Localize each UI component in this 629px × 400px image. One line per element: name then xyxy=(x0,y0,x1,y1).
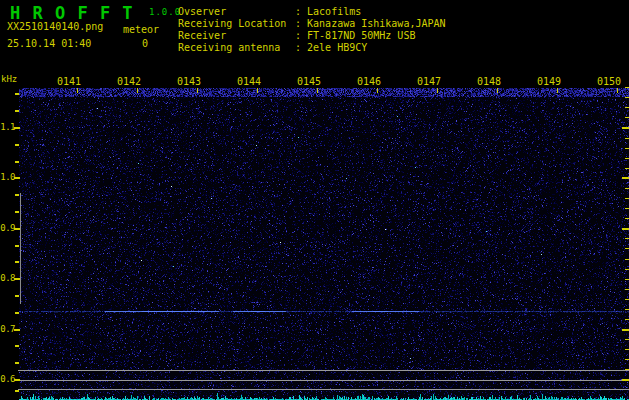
freq-minor-tick xyxy=(15,245,19,247)
right-minor-tick xyxy=(625,269,629,270)
time-label-0142: 0142 xyxy=(117,76,141,88)
freq-label-1.1: 1.1 xyxy=(0,121,15,133)
freq-label-0.7: 0.7 xyxy=(0,323,15,335)
right-minor-tick xyxy=(625,87,629,88)
freq-minor-tick xyxy=(15,110,19,112)
right-major-tick xyxy=(622,127,629,129)
info-row-3: Receiving antenna: 2ele HB9CY xyxy=(178,42,367,53)
right-minor-tick xyxy=(625,218,629,219)
time-label-0141: 0141 xyxy=(57,76,81,88)
meteor-count: 0 xyxy=(142,38,148,49)
freq-label-0.9: 0.9 xyxy=(0,222,15,234)
freq-unit-label: kHz xyxy=(1,74,17,84)
right-minor-tick xyxy=(625,349,629,350)
time-label-0143: 0143 xyxy=(177,76,201,88)
freq-major-tick xyxy=(14,379,20,381)
freq-label-0.6: 0.6 xyxy=(0,373,15,385)
right-minor-tick xyxy=(625,339,629,340)
time-tick xyxy=(377,88,378,93)
info-label: Receiving Location xyxy=(178,18,295,29)
time-tick xyxy=(557,88,558,93)
freq-minor-tick xyxy=(15,362,19,364)
time-tick xyxy=(257,88,258,93)
freq-major-tick xyxy=(14,329,20,331)
output-filename: XX2510140140.png xyxy=(7,21,103,32)
info-label: Receiver xyxy=(178,30,295,41)
info-value: FT-817ND 50MHz USB xyxy=(307,30,415,41)
time-label-0150: 0150 xyxy=(597,76,621,88)
right-minor-tick xyxy=(625,107,629,108)
freq-major-tick xyxy=(14,127,20,129)
reference-line-2 xyxy=(18,380,629,381)
info-row-1: Receiving Location: Kanazawa Ishikawa,JA… xyxy=(178,18,446,29)
info-value: 2ele HB9CY xyxy=(307,42,367,53)
freq-minor-tick xyxy=(15,144,19,146)
right-minor-tick xyxy=(625,97,629,98)
right-minor-tick xyxy=(625,359,629,360)
right-minor-tick xyxy=(625,198,629,199)
time-tick xyxy=(137,88,138,93)
right-minor-tick xyxy=(625,319,629,320)
right-minor-tick xyxy=(625,259,629,260)
app-version: 1.0.0 xyxy=(149,7,181,17)
freq-major-tick xyxy=(14,177,20,179)
right-minor-tick xyxy=(625,238,629,239)
time-tick xyxy=(317,88,318,93)
right-minor-tick xyxy=(625,248,629,249)
time-label-0146: 0146 xyxy=(357,76,381,88)
hrofft-window: H R O F F T 1.0.0 XX2510140140.png meteo… xyxy=(0,0,629,400)
freq-minor-tick xyxy=(15,261,19,263)
reference-line-1 xyxy=(18,370,629,371)
info-row-0: Ovserver: Lacofilms xyxy=(178,6,361,17)
freq-minor-tick xyxy=(15,345,19,347)
right-minor-tick xyxy=(625,158,629,159)
freq-minor-tick xyxy=(15,211,19,213)
info-value: Kanazawa Ishikawa,JAPAN xyxy=(307,18,445,29)
info-separator: : xyxy=(295,6,307,17)
freq-label-0.8: 0.8 xyxy=(0,272,15,284)
time-label-0144: 0144 xyxy=(237,76,261,88)
freq-minor-tick xyxy=(15,312,19,314)
right-minor-tick xyxy=(625,168,629,169)
info-label: Ovserver xyxy=(178,6,295,17)
right-minor-tick xyxy=(625,369,629,370)
info-row-2: Receiver: FT-817ND 50MHz USB xyxy=(178,30,415,41)
time-tick xyxy=(197,88,198,93)
info-separator: : xyxy=(295,30,307,41)
time-tick xyxy=(617,88,618,93)
right-major-tick xyxy=(622,329,629,331)
time-label-0147: 0147 xyxy=(417,76,441,88)
time-tick xyxy=(437,88,438,93)
right-minor-tick xyxy=(625,148,629,149)
time-tick xyxy=(77,88,78,93)
right-major-tick xyxy=(622,379,629,381)
app-title: H R O F F T xyxy=(10,3,134,23)
freq-major-tick xyxy=(14,278,20,280)
left-border-segment xyxy=(20,193,21,304)
info-separator: : xyxy=(295,18,307,29)
right-major-tick xyxy=(622,228,629,230)
right-minor-tick xyxy=(625,208,629,209)
freq-minor-tick xyxy=(15,194,19,196)
freq-minor-tick xyxy=(15,295,19,297)
info-value: Lacofilms xyxy=(307,6,361,17)
mode-label: meteor xyxy=(123,24,159,35)
reference-line-3 xyxy=(18,389,629,390)
freq-minor-tick xyxy=(15,93,19,95)
info-separator: : xyxy=(295,42,307,53)
right-minor-tick xyxy=(625,279,629,280)
freq-minor-tick xyxy=(15,161,19,163)
right-minor-tick xyxy=(625,309,629,310)
time-label-0148: 0148 xyxy=(477,76,501,88)
right-minor-tick xyxy=(625,299,629,300)
time-label-0149: 0149 xyxy=(537,76,561,88)
time-tick xyxy=(497,88,498,93)
right-minor-tick xyxy=(625,188,629,189)
freq-label-1.0: 1.0 xyxy=(0,171,15,183)
timestamp: 25.10.14 01:40 xyxy=(7,38,91,49)
time-label-0145: 0145 xyxy=(297,76,321,88)
right-major-tick xyxy=(622,177,629,179)
info-label: Receiving antenna xyxy=(178,42,295,53)
right-minor-tick xyxy=(625,117,629,118)
right-minor-tick xyxy=(625,289,629,290)
